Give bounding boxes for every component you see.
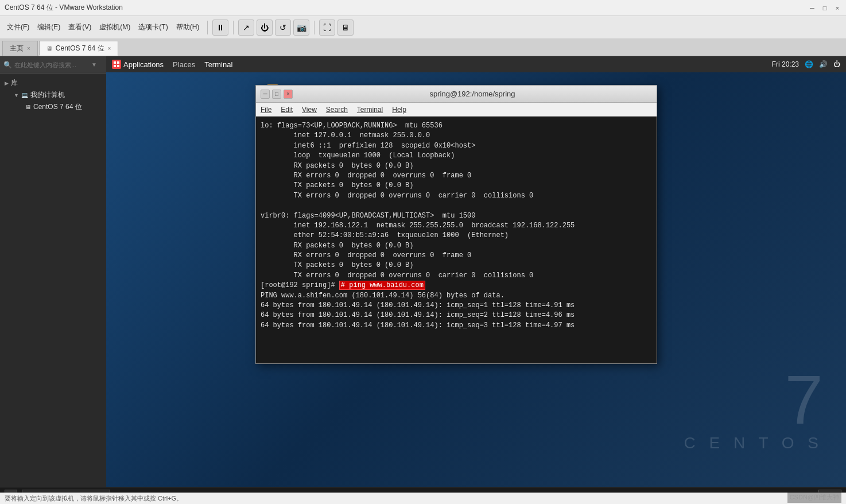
vmware-title: CentOS 7 64 位 - VMware Workstation — [5, 3, 123, 13]
term-menu-help[interactable]: Help — [392, 106, 406, 114]
svg-rect-2 — [114, 65, 116, 67]
terminal-win-controls: ─ □ × — [261, 90, 293, 99]
tab-centos-label: CentOS 7 64 位 — [56, 44, 104, 53]
vmware-hint-bar: 要将输入定向到该虚拟机，请将鼠标指针移入其中或按 Ctrl+G。 CSDN@四维… — [0, 493, 846, 504]
applications-button[interactable]: Applications — [112, 60, 164, 69]
tab-home[interactable]: 主页 × — [2, 41, 38, 56]
sidebar: 🔍 ▼ ▶ 库 ▼ 💻 我的计算机 🖥 CentOS 7 64 位 — [0, 56, 106, 487]
term-menu-file[interactable]: File — [261, 106, 271, 114]
term-menu-terminal-label: Terminal — [357, 106, 383, 114]
terminal-menubar: File Edit View Search Terminal Help — [256, 103, 657, 117]
centos-number: 7 — [684, 365, 823, 434]
terminal-title: spring@192:/home/spring — [293, 90, 652, 98]
term-menu-edit-label: Edit — [281, 106, 293, 114]
toolbar-snapshot-button[interactable]: 📷 — [293, 20, 309, 36]
vmware-win-controls: ─ □ × — [808, 4, 841, 12]
applications-label: Applications — [123, 60, 164, 69]
computer-icon: 💻 — [21, 92, 28, 98]
term-menu-view[interactable]: View — [302, 106, 317, 114]
sidebar-tree: ▶ 库 ▼ 💻 我的计算机 🖥 CentOS 7 64 位 — [0, 73, 106, 117]
terminal-output: lo: flags=73<UP,LOOPBACK,RUNNING> mtu 65… — [261, 121, 652, 331]
menu-tabs[interactable]: 选项卡(T) — [135, 21, 171, 33]
svg-rect-3 — [117, 65, 119, 67]
tab-centos-icon: 🖥 — [46, 45, 52, 52]
network-icon: 🌐 — [805, 60, 813, 68]
menu-help[interactable]: 帮助(H) — [173, 21, 203, 33]
term-maximize[interactable]: □ — [272, 90, 281, 99]
term-menu-view-label: View — [302, 106, 317, 114]
toolbar-restart-button[interactable]: ↺ — [275, 20, 291, 36]
sidebar-root-label: 库 — [11, 78, 18, 88]
term-menu-search-label: Search — [326, 106, 348, 114]
term-menu-help-label: Help — [392, 106, 406, 114]
toolbar-pause-button[interactable]: ⏸ — [212, 20, 228, 36]
places-button[interactable]: Places — [170, 60, 197, 69]
menu-file[interactable]: 文件(F) — [3, 21, 33, 33]
toolbar-sep2 — [233, 21, 234, 34]
clock-display: Fri 20:23 — [772, 60, 799, 68]
toolbar-separator — [207, 21, 208, 34]
tab-home-label: 主页 — [10, 44, 24, 53]
term-menu-file-label: File — [261, 106, 271, 114]
sidebar-search-input[interactable] — [14, 61, 89, 68]
dropdown-icon[interactable]: ▼ — [91, 61, 97, 68]
toolbar-sep3 — [314, 21, 315, 34]
close-button[interactable]: × — [833, 4, 841, 12]
toolbar-display-button[interactable]: 🖥 — [337, 20, 354, 36]
sidebar-item-root[interactable]: ▶ 库 — [2, 77, 104, 89]
term-close[interactable]: × — [284, 90, 293, 99]
terminal-body: lo: flags=73<UP,LOOPBACK,RUNNING> mtu 65… — [256, 117, 657, 363]
svg-rect-0 — [114, 61, 116, 64]
tab-centos[interactable]: 🖥 CentOS 7 64 位 × — [39, 41, 119, 56]
toolbar-power-button[interactable]: ⏻ — [257, 20, 273, 36]
menu-vm[interactable]: 虚拟机(M) — [96, 21, 134, 33]
tab-centos-close[interactable]: × — [108, 45, 111, 52]
gnome-left-section: Applications Places Terminal — [112, 60, 232, 69]
tab-home-close[interactable]: × — [27, 45, 30, 52]
terminal-window: ─ □ × spring@192:/home/spring File Edit … — [255, 85, 657, 364]
vmware-titlebar: CentOS 7 64 位 - VMware Workstation ─ □ × — [0, 0, 846, 16]
vmware-tabs-bar: 主页 × 🖥 CentOS 7 64 位 × — [0, 39, 846, 56]
vm-label: CentOS 7 64 位 — [33, 102, 82, 112]
gnome-right-section: Fri 20:23 🌐 🔊 ⏻ — [772, 60, 840, 68]
main-area: 🔍 ▼ ▶ 库 ▼ 💻 我的计算机 🖥 CentOS 7 64 位 — [0, 56, 846, 487]
search-icon: 🔍 — [3, 61, 12, 69]
vm-icon: 🖥 — [25, 104, 31, 110]
centos-watermark: 7 C E N T O S — [684, 365, 823, 452]
sidebar-item-centos-vm[interactable]: 🖥 CentOS 7 64 位 — [23, 101, 104, 113]
vmware-hint-text: 要将输入定向到该虚拟机，请将鼠标指针移入其中或按 Ctrl+G。 — [5, 494, 183, 503]
terminal-titlebar: ─ □ × spring@192:/home/spring — [256, 86, 657, 103]
my-computer-label: 我的计算机 — [30, 90, 65, 100]
toolbar-send-button[interactable]: ↗ — [238, 20, 254, 36]
term-menu-edit[interactable]: Edit — [281, 106, 293, 114]
vmware-toolbar: 文件(F) 编辑(E) 查看(V) 虚拟机(M) 选项卡(T) 帮助(H) ⏸ … — [0, 16, 846, 39]
expand-icon: ▼ — [14, 92, 19, 98]
apps-icon — [112, 60, 121, 69]
menu-view[interactable]: 查看(V) — [65, 21, 95, 33]
sidebar-item-mycomputer[interactable]: ▼ 💻 我的计算机 — [11, 89, 104, 101]
arrow-icon: ▶ — [5, 80, 9, 86]
centos-desktop[interactable]: Applications Places Terminal Fri 20:23 🌐… — [106, 56, 846, 487]
gnome-topbar: Applications Places Terminal Fri 20:23 🌐… — [106, 56, 846, 72]
term-menu-terminal[interactable]: Terminal — [357, 106, 383, 114]
volume-icon: 🔊 — [819, 60, 828, 68]
term-minimize[interactable]: ─ — [261, 90, 270, 99]
sidebar-search-bar[interactable]: 🔍 ▼ — [0, 56, 106, 73]
power-icon[interactable]: ⏻ — [833, 60, 840, 68]
maximize-button[interactable]: □ — [821, 4, 829, 12]
toolbar-fullscreen-button[interactable]: ⛶ — [319, 20, 335, 36]
minimize-button[interactable]: ─ — [808, 4, 816, 12]
terminal-button[interactable]: Terminal — [204, 60, 232, 69]
term-menu-search[interactable]: Search — [326, 106, 348, 114]
sidebar-tree-child: ▼ 💻 我的计算机 🖥 CentOS 7 64 位 — [2, 89, 104, 113]
centos-text: C E N T O S — [684, 434, 823, 452]
svg-rect-1 — [117, 61, 119, 64]
csdn-watermark: CSDN@四维大神 — [787, 492, 841, 503]
toolbar-menu: 文件(F) 编辑(E) 查看(V) 虚拟机(M) 选项卡(T) 帮助(H) — [3, 21, 203, 33]
menu-edit[interactable]: 编辑(E) — [34, 21, 64, 33]
